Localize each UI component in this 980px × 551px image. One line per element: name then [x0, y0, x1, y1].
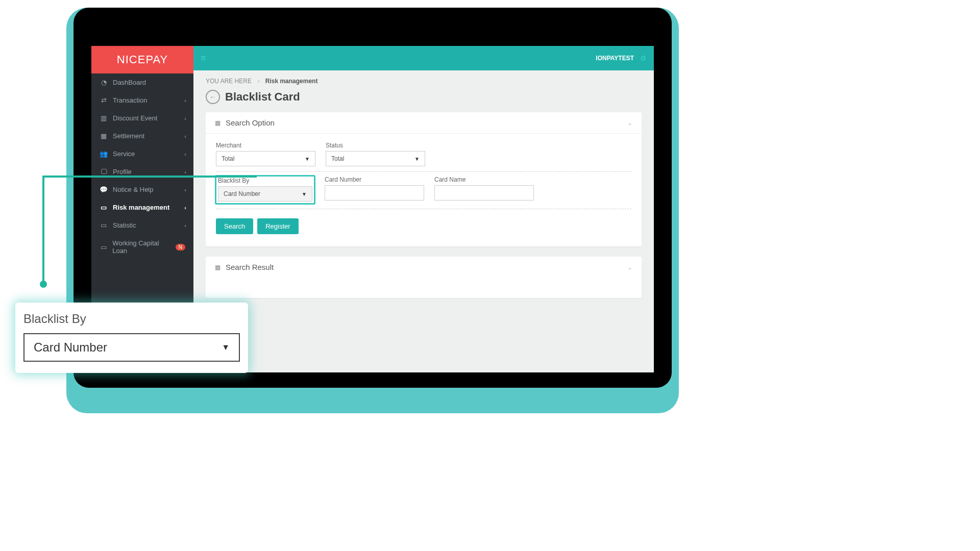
page-title-row: ← Blacklist Card — [206, 90, 642, 104]
chevron-right-icon: › — [257, 78, 259, 85]
merchant-select[interactable]: Total ▼ — [216, 151, 315, 166]
caret-down-icon: ▼ — [305, 156, 310, 162]
breadcrumb-current: Risk management — [265, 78, 318, 85]
grid-icon: ▦ — [215, 119, 220, 127]
blacklist-by-select[interactable]: Card Number ▼ — [218, 186, 312, 202]
chevron-left-icon: ‹ — [184, 115, 186, 121]
sidebar-item-label: Discount Event — [113, 114, 157, 122]
panel-title: Search Result — [226, 263, 274, 271]
status-value: Total — [331, 155, 344, 162]
callout-value: Card Number — [34, 340, 107, 355]
sidebar-item-discount-event[interactable]: ▥ Discount Event ‹ — [91, 109, 193, 127]
monitor-icon: 🖵 — [100, 168, 108, 176]
breadcrumb-root: YOU ARE HERE — [206, 78, 252, 85]
field-status: Status Total ▼ — [326, 142, 425, 166]
users-icon: 👥 — [100, 150, 108, 158]
callout-connector — [42, 176, 44, 285]
sidebar-item-statistic[interactable]: ▭ Statistic ‹ — [91, 216, 193, 234]
field-merchant: Merchant Total ▼ — [216, 142, 315, 166]
panel-search-option: ▦ Search Option ⌄ Merchant Total ▼ — [206, 112, 642, 246]
collapse-icon[interactable]: ⌄ — [627, 119, 632, 127]
chevron-left-icon: ‹ — [184, 97, 186, 104]
panel-title: Search Option — [226, 118, 275, 127]
menu-toggle-icon[interactable]: ≡ — [201, 53, 206, 64]
chevron-left-icon: ‹ — [184, 205, 186, 211]
sidebar-item-label: Working Capital Loan — [112, 239, 173, 255]
search-button[interactable]: Search — [216, 218, 253, 234]
sidebar-item-dashboard[interactable]: ◔ DashBoard — [91, 73, 193, 91]
breadcrumb: YOU ARE HERE › Risk management — [206, 78, 642, 85]
card-number-input[interactable] — [325, 185, 424, 201]
sidebar-item-risk-management[interactable]: ▭ Risk management ‹ — [91, 198, 193, 216]
sidebar-item-label: Transaction — [113, 96, 147, 104]
status-select[interactable]: Total ▼ — [326, 151, 425, 166]
card-number-label: Card Number — [325, 176, 424, 183]
caret-down-icon: ▼ — [414, 156, 420, 162]
panel-header-search-option: ▦ Search Option ⌄ — [206, 112, 642, 134]
card-name-input[interactable] — [434, 185, 534, 201]
back-button[interactable]: ← — [206, 90, 220, 104]
sidebar-item-label: Notice & Help — [113, 186, 153, 193]
sidebar-item-notice-help[interactable]: 💬 Notice & Help ‹ — [91, 181, 193, 198]
folder-icon: ▭ — [100, 221, 108, 229]
sidebar-item-working-capital-loan[interactable]: ▭ Working Capital Loan N — [91, 234, 193, 260]
arrow-left-icon: ← — [209, 93, 216, 101]
chart-icon: ▥ — [100, 114, 108, 122]
callout-label: Blacklist By — [23, 312, 240, 326]
transaction-icon: ⇄ — [100, 96, 108, 104]
sidebar-item-service[interactable]: 👥 Service ‹ — [91, 145, 193, 163]
field-card-number: Card Number — [325, 176, 424, 204]
blacklist-by-label: Blacklist By — [218, 177, 312, 184]
main: ≡ IONPAYTEST ⚙ YOU ARE HERE › Risk manag… — [193, 46, 654, 372]
caret-down-icon: ▼ — [222, 343, 230, 352]
chat-icon: 💬 — [100, 186, 108, 193]
panel-search-result: ▦ Search Result ⌄ — [206, 257, 642, 298]
sidebar-item-profile[interactable]: 🖵 Profile ‹ — [91, 163, 193, 181]
sidebar-item-transaction[interactable]: ⇄ Transaction ‹ — [91, 91, 193, 109]
field-card-name: Card Name — [434, 176, 534, 204]
merchant-value: Total — [222, 155, 234, 162]
chevron-left-icon: ‹ — [184, 169, 186, 175]
content: YOU ARE HERE › Risk management ← Blackli… — [193, 70, 654, 315]
gear-icon[interactable]: ⚙ — [640, 54, 647, 62]
chevron-left-icon: ‹ — [184, 133, 186, 139]
sidebar-item-label: Statistic — [113, 221, 136, 229]
panel-body: Merchant Total ▼ Status Total — [206, 134, 642, 246]
sidebar-item-label: DashBoard — [113, 79, 146, 86]
callout-select[interactable]: Card Number ▼ — [23, 333, 240, 362]
chevron-left-icon: ‹ — [184, 151, 186, 157]
collapse-icon[interactable]: ⌄ — [627, 264, 632, 271]
sidebar-item-label: Risk management — [113, 204, 169, 211]
calendar-icon: ▦ — [100, 132, 108, 140]
sidebar-item-settlement[interactable]: ▦ Settlement ‹ — [91, 127, 193, 145]
merchant-label: Merchant — [216, 142, 315, 149]
callout-box: Blacklist By Card Number ▼ — [15, 303, 248, 373]
chevron-left-icon: ‹ — [184, 222, 186, 229]
grid-icon: ▦ — [215, 264, 220, 271]
new-badge: N — [176, 244, 185, 251]
dashboard-icon: ◔ — [100, 79, 108, 86]
folder-icon: ▭ — [100, 243, 107, 251]
sidebar-item-label: Profile — [113, 168, 132, 176]
card-name-label: Card Name — [434, 176, 534, 183]
blacklist-by-value: Card Number — [224, 190, 260, 197]
sidebar-item-label: Service — [113, 150, 135, 158]
field-blacklist-by: Blacklist By Card Number ▼ — [216, 176, 314, 204]
user-label: IONPAYTEST — [596, 55, 634, 62]
brand-logo: NICEPAY — [91, 46, 193, 73]
caret-down-icon: ▼ — [302, 191, 307, 197]
sidebar-item-label: Settlement — [113, 132, 144, 140]
topbar: ≡ IONPAYTEST ⚙ — [193, 46, 654, 70]
callout-dot — [40, 281, 47, 288]
callout-connector — [42, 176, 257, 178]
register-button[interactable]: Register — [257, 218, 298, 234]
page-title: Blacklist Card — [225, 90, 300, 104]
chevron-left-icon: ‹ — [184, 187, 186, 193]
panel-header-search-result: ▦ Search Result ⌄ — [206, 257, 642, 278]
status-label: Status — [326, 142, 425, 149]
folder-icon: ▭ — [100, 204, 108, 211]
